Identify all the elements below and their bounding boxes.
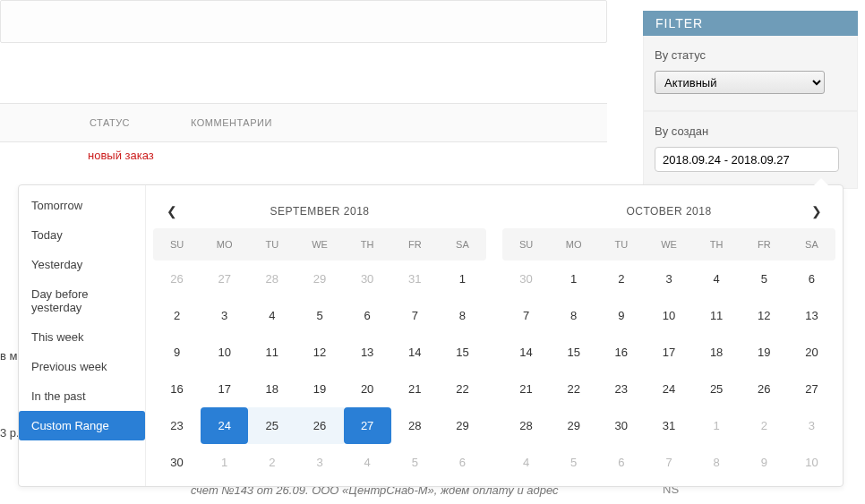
calendar-day[interactable]: 11 xyxy=(248,334,295,371)
range-preset-day-before-yesterday[interactable]: Day before yesterday xyxy=(19,279,145,322)
calendar-day[interactable]: 15 xyxy=(439,334,486,371)
calendar-day[interactable]: 13 xyxy=(344,334,391,371)
calendar-day[interactable]: 3 xyxy=(788,407,835,444)
calendar-day[interactable]: 10 xyxy=(788,444,835,481)
calendar-day[interactable]: 9 xyxy=(741,444,788,481)
calendar-day[interactable]: 7 xyxy=(391,297,439,334)
calendar-day[interactable]: 10 xyxy=(645,297,692,334)
calendar-day[interactable]: 2 xyxy=(153,297,201,334)
calendar-day[interactable]: 1 xyxy=(439,261,486,297)
calendar-day[interactable]: 10 xyxy=(201,334,248,371)
calendar-day[interactable]: 5 xyxy=(741,261,788,297)
filter-created-label: By создан xyxy=(655,124,846,138)
calendar-day[interactable]: 30 xyxy=(597,407,645,444)
calendar-day[interactable]: 7 xyxy=(502,297,550,334)
calendar-day[interactable]: 27 xyxy=(344,407,391,444)
calendar-day[interactable]: 29 xyxy=(439,407,486,444)
calendar-day[interactable]: 18 xyxy=(248,371,295,407)
calendar-day[interactable]: 26 xyxy=(295,407,343,444)
calendar-day[interactable]: 31 xyxy=(645,407,692,444)
calendar-day[interactable]: 27 xyxy=(788,371,835,407)
calendar-day[interactable]: 4 xyxy=(344,444,391,481)
calendar-day[interactable]: 17 xyxy=(645,334,692,371)
date-range-input[interactable] xyxy=(655,147,839,172)
calendar-day[interactable]: 18 xyxy=(693,334,741,371)
calendar-day[interactable]: 29 xyxy=(550,407,597,444)
calendar-day[interactable]: 28 xyxy=(248,261,295,297)
calendar-day[interactable]: 5 xyxy=(295,297,343,334)
calendar-day[interactable]: 30 xyxy=(153,444,201,481)
calendar-day[interactable]: 27 xyxy=(201,261,248,297)
calendar-day[interactable]: 6 xyxy=(788,261,835,297)
calendar-day[interactable]: 29 xyxy=(295,261,343,297)
calendar-day[interactable]: 30 xyxy=(344,261,391,297)
range-preset-this-week[interactable]: This week xyxy=(19,322,145,352)
status-select[interactable]: Активный xyxy=(655,71,825,94)
calendar-day[interactable]: 20 xyxy=(788,334,835,371)
calendar-day[interactable]: 26 xyxy=(153,261,201,297)
calendar-day[interactable]: 25 xyxy=(248,407,295,444)
calendar-day[interactable]: 4 xyxy=(248,297,295,334)
calendar-day[interactable]: 28 xyxy=(391,407,439,444)
calendar-right: OCTOBER 2018 ❯ SUMOTUWETHFRSA 3012345678… xyxy=(502,194,835,477)
calendar-day[interactable]: 6 xyxy=(597,444,645,481)
next-month-icon[interactable]: ❯ xyxy=(803,194,830,228)
calendar-day[interactable]: 8 xyxy=(693,444,741,481)
calendar-day[interactable]: 20 xyxy=(344,371,391,407)
calendar-day[interactable]: 9 xyxy=(153,334,201,371)
calendar-day[interactable]: 16 xyxy=(597,334,645,371)
calendar-day[interactable]: 14 xyxy=(391,334,439,371)
calendar-day[interactable]: 4 xyxy=(693,261,741,297)
calendar-day[interactable]: 7 xyxy=(645,444,692,481)
range-preset-tomorrow[interactable]: Tomorrow xyxy=(19,191,145,220)
calendar-day[interactable]: 23 xyxy=(153,407,201,444)
calendar-day[interactable]: 24 xyxy=(645,371,692,407)
calendar-day[interactable]: 9 xyxy=(597,297,645,334)
calendar-right-header: OCTOBER 2018 ❯ xyxy=(502,194,835,228)
calendar-day[interactable]: 8 xyxy=(550,297,597,334)
calendars-container: ❮ SEPTEMBER 2018 SUMOTUWETHFRSA 26272829… xyxy=(146,185,843,486)
calendar-day[interactable]: 3 xyxy=(645,261,692,297)
calendar-day[interactable]: 21 xyxy=(391,371,439,407)
calendar-day[interactable]: 14 xyxy=(502,334,550,371)
calendar-day[interactable]: 6 xyxy=(344,297,391,334)
calendar-day[interactable]: 28 xyxy=(502,407,550,444)
calendar-day[interactable]: 2 xyxy=(248,444,295,481)
calendar-day[interactable]: 23 xyxy=(597,371,645,407)
calendar-day[interactable]: 12 xyxy=(295,334,343,371)
range-preset-in-the-past[interactable]: In the past xyxy=(19,381,145,411)
calendar-day[interactable]: 12 xyxy=(741,297,788,334)
calendar-day[interactable]: 3 xyxy=(201,297,248,334)
calendar-day[interactable]: 3 xyxy=(295,444,343,481)
calendar-day[interactable]: 5 xyxy=(391,444,439,481)
calendar-day[interactable]: 22 xyxy=(439,371,486,407)
calendar-day[interactable]: 2 xyxy=(597,261,645,297)
calendar-day[interactable]: 2 xyxy=(741,407,788,444)
calendar-day[interactable]: 1 xyxy=(693,407,741,444)
calendar-day[interactable]: 24 xyxy=(201,407,248,444)
calendar-day[interactable]: 5 xyxy=(550,444,597,481)
range-preset-today[interactable]: Today xyxy=(19,220,145,250)
calendar-day[interactable]: 1 xyxy=(201,444,248,481)
prev-month-icon[interactable]: ❮ xyxy=(158,194,185,228)
calendar-day[interactable]: 1 xyxy=(550,261,597,297)
calendar-day[interactable]: 4 xyxy=(502,444,550,481)
calendar-day[interactable]: 22 xyxy=(550,371,597,407)
calendar-day[interactable]: 8 xyxy=(439,297,486,334)
calendar-day[interactable]: 25 xyxy=(693,371,741,407)
calendar-day[interactable]: 26 xyxy=(741,371,788,407)
calendar-day[interactable]: 19 xyxy=(741,334,788,371)
calendar-day[interactable]: 31 xyxy=(391,261,439,297)
calendar-day[interactable]: 11 xyxy=(693,297,741,334)
calendar-day[interactable]: 17 xyxy=(201,371,248,407)
calendar-day[interactable]: 30 xyxy=(502,261,550,297)
calendar-day[interactable]: 19 xyxy=(295,371,343,407)
range-preset-custom-range[interactable]: Custom Range xyxy=(19,411,145,440)
calendar-day[interactable]: 15 xyxy=(550,334,597,371)
calendar-day[interactable]: 6 xyxy=(439,444,486,481)
calendar-day[interactable]: 13 xyxy=(788,297,835,334)
range-preset-previous-week[interactable]: Previous week xyxy=(19,352,145,381)
calendar-day[interactable]: 16 xyxy=(153,371,201,407)
calendar-day[interactable]: 21 xyxy=(502,371,550,407)
range-preset-yesterday[interactable]: Yesterday xyxy=(19,250,145,279)
